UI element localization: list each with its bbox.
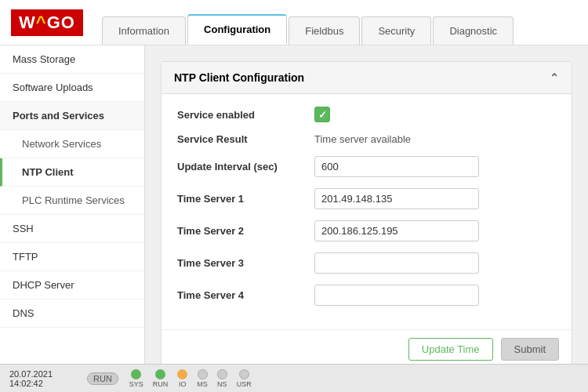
status-datetime: 20.07.2021 14:02:42: [9, 369, 76, 388]
sidebar-item-ntp-client[interactable]: NTP Client: [0, 158, 144, 187]
indicator-label-usr: USR: [237, 380, 252, 388]
time-server4-row: Time Server 4: [177, 285, 556, 306]
tab-fieldbus[interactable]: Fieldbus: [289, 16, 360, 45]
status-date: 20.07.2021: [9, 369, 76, 379]
sidebar-item-dns[interactable]: DNS: [0, 299, 144, 328]
time-server4-label: Time Server 4: [177, 289, 314, 301]
tab-information[interactable]: Information: [102, 16, 186, 45]
card-footer: Update Time Submit: [162, 329, 572, 364]
indicator-io: IO: [177, 369, 187, 388]
sidebar-item-network-services[interactable]: Network Services: [0, 130, 144, 158]
card-body: Service enabled Service Result Time serv…: [162, 94, 572, 329]
sidebar: Mass Storage Software Uploads Ports and …: [0, 45, 145, 364]
time-server2-input[interactable]: [314, 220, 479, 241]
logo-area: W^GO: [0, 0, 94, 45]
indicator-label-ms: MS: [197, 380, 208, 388]
indicator-usr: USR: [237, 369, 252, 388]
sidebar-item-tftp[interactable]: TFTP: [0, 243, 144, 271]
time-server3-input[interactable]: [314, 252, 479, 274]
service-result-label: Service Result: [177, 133, 314, 145]
tabs-area: Information Configuration Fieldbus Secur…: [94, 0, 588, 45]
update-interval-label: Update Interval (sec): [177, 161, 314, 172]
status-indicators: SYS RUN IO MS NS USR: [129, 369, 252, 388]
indicator-dot-ns: [217, 369, 227, 379]
indicator-sys: SYS: [129, 369, 143, 388]
tab-diagnostic[interactable]: Diagnostic: [433, 16, 514, 45]
indicator-label-io: IO: [179, 380, 187, 388]
tab-configuration[interactable]: Configuration: [187, 14, 287, 45]
sidebar-item-mass-storage[interactable]: Mass Storage: [0, 45, 144, 74]
indicator-dot-io: [177, 369, 187, 379]
time-server3-row: Time Server 3: [177, 252, 556, 274]
time-server3-label: Time Server 3: [177, 257, 314, 269]
status-time: 14:02:42: [9, 379, 76, 388]
sidebar-item-ssh[interactable]: SSH: [0, 215, 144, 243]
content-area: NTP Client Configuration ⌃ Service enabl…: [145, 45, 588, 364]
indicator-dot-run: [155, 369, 165, 379]
submit-button[interactable]: Submit: [501, 338, 559, 361]
service-enabled-checkbox[interactable]: [314, 107, 330, 122]
indicator-dot-ms: [198, 369, 208, 379]
indicator-ms: MS: [197, 369, 208, 388]
sidebar-item-ports-and-services[interactable]: Ports and Services: [0, 102, 144, 130]
indicator-dot-sys: [131, 369, 141, 379]
sidebar-item-plc-runtime-services[interactable]: PLC Runtime Services: [0, 187, 144, 215]
time-server2-label: Time Server 2: [177, 225, 314, 237]
update-interval-row: Update Interval (sec): [177, 156, 556, 177]
indicator-label-run: RUN: [153, 380, 169, 388]
collapse-icon[interactable]: ⌃: [550, 71, 559, 84]
service-result-row: Service Result Time server available: [177, 133, 556, 145]
indicator-ns: NS: [217, 369, 227, 388]
service-enabled-label: Service enabled: [177, 109, 314, 121]
time-server2-row: Time Server 2: [177, 220, 556, 241]
header: W^GO Information Configuration Fieldbus …: [0, 0, 588, 45]
sidebar-item-dhcp-server[interactable]: DHCP Server: [0, 271, 144, 299]
time-server4-input[interactable]: [314, 285, 479, 306]
update-interval-input[interactable]: [314, 156, 479, 177]
card-header: NTP Client Configuration ⌃: [162, 62, 572, 94]
ntp-config-card: NTP Client Configuration ⌃ Service enabl…: [161, 61, 572, 364]
tab-security[interactable]: Security: [361, 16, 431, 45]
card-title: NTP Client Configuration: [174, 71, 304, 84]
indicator-dot-usr: [239, 369, 249, 379]
service-enabled-row: Service enabled: [177, 107, 556, 122]
sidebar-item-software-uploads[interactable]: Software Uploads: [0, 74, 144, 102]
wago-logo: W^GO: [11, 9, 83, 36]
indicator-label-ns: NS: [217, 380, 227, 388]
service-result-value: Time server available: [314, 133, 556, 145]
time-server1-input[interactable]: [314, 188, 479, 209]
indicator-run: RUN: [153, 369, 169, 388]
update-time-button[interactable]: Update Time: [408, 338, 493, 361]
indicator-label-sys: SYS: [129, 380, 143, 388]
main-content: Mass Storage Software Uploads Ports and …: [0, 45, 588, 364]
time-server1-label: Time Server 1: [177, 193, 314, 205]
time-server1-row: Time Server 1: [177, 188, 556, 209]
run-badge: RUN: [87, 372, 118, 385]
status-bar: 20.07.2021 14:02:42 RUN SYS RUN IO MS NS…: [0, 364, 588, 392]
